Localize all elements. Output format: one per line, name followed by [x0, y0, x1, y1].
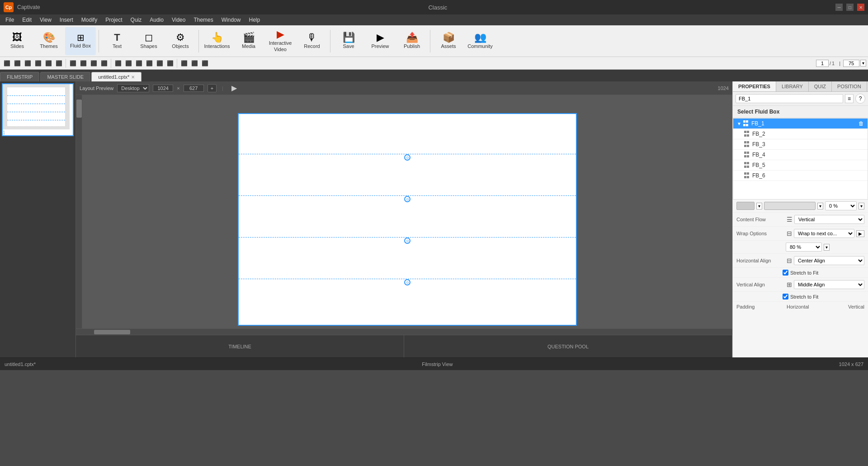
color-swatch-1[interactable] — [736, 202, 755, 210]
prop-search-input[interactable] — [736, 94, 843, 103]
wrap-percent-select[interactable]: 80 % 60 % 100 % — [786, 243, 822, 252]
timeline-tab[interactable]: TIMELINE — [76, 335, 404, 357]
rpanel-tab-properties[interactable]: PROPERTIES — [733, 81, 776, 91]
toolbar-interactive-video[interactable]: ▶ Interactive Video — [265, 27, 296, 55]
toolbar-slides[interactable]: 🖼 Slides — [2, 27, 33, 55]
prop-list-btn[interactable]: ≡ — [845, 94, 854, 103]
tb2-btn7[interactable]: ⬛ — [179, 58, 189, 68]
menu-edit[interactable]: Edit — [19, 16, 35, 24]
menu-file[interactable]: File — [2, 16, 18, 24]
delete-fb1-btn[interactable]: 🗑 — [859, 120, 864, 127]
color-dropdown-1[interactable]: ▾ — [756, 203, 762, 209]
menu-help[interactable]: Help — [245, 16, 264, 24]
height-input[interactable] — [184, 85, 204, 92]
percent-dropdown[interactable]: ▾ — [859, 203, 864, 209]
menu-quiz[interactable]: Quiz — [127, 16, 146, 24]
tree-item-fb6[interactable]: FB_6 — [733, 171, 868, 181]
menu-insert[interactable]: Insert — [56, 16, 77, 24]
toolbar-objects[interactable]: ⚙ Objects — [165, 27, 196, 55]
toolbar-assets[interactable]: 📦 Assets — [433, 27, 464, 55]
prop-help-btn[interactable]: ? — [855, 94, 865, 104]
tab-filmstrip[interactable]: FILMSTRIP — [0, 72, 39, 81]
rpanel-tab-position[interactable]: POSITION — [832, 81, 867, 91]
v-align-select[interactable]: Middle Align Top Align Bottom Align — [794, 280, 864, 289]
divider-1[interactable]: ⊙ — [239, 154, 576, 161]
toolbar-preview[interactable]: ▶ Preview — [365, 27, 396, 55]
color-dropdown-2[interactable]: ▾ — [817, 203, 823, 209]
current-page-input[interactable] — [816, 60, 829, 67]
toolbar-publish[interactable]: 📤 Publish — [396, 27, 427, 55]
h-align-select[interactable]: Center Align Left Align Right Align — [794, 256, 864, 265]
h-stretch-checkbox[interactable] — [783, 270, 788, 276]
wrap-play-btn[interactable]: ▶ — [856, 230, 864, 237]
wrap-percent-dropdown[interactable]: ▾ — [824, 244, 830, 251]
tree-item-fb5[interactable]: FB_5 — [733, 160, 868, 171]
zoom-input[interactable] — [843, 60, 859, 67]
h-scrollbar[interactable] — [76, 328, 732, 335]
menu-project[interactable]: Project — [102, 16, 126, 24]
menu-video[interactable]: Video — [168, 16, 189, 24]
toolbar-record[interactable]: 🎙 Record — [297, 27, 327, 55]
toolbar-interactions[interactable]: 👆 Interactions — [202, 27, 232, 55]
wrap-options-select[interactable]: Wrap to next co... No wrap — [794, 229, 854, 238]
menu-modify[interactable]: Modify — [78, 16, 101, 24]
menu-view[interactable]: View — [36, 16, 55, 24]
content-flow-select[interactable]: Vertical Horizontal — [794, 215, 864, 224]
tree-item-fb1[interactable]: ▼ FB_1 🗑 — [733, 119, 868, 129]
menu-window[interactable]: Window — [218, 16, 245, 24]
color-swatch-2[interactable] — [764, 202, 816, 210]
tb2-btn1[interactable]: ⬛ — [113, 58, 123, 68]
v-stretch-checkbox[interactable] — [783, 294, 788, 300]
tb2-align-bottom[interactable]: ⬛ — [54, 58, 64, 68]
rpanel-tab-quiz[interactable]: QUIZ — [809, 81, 832, 91]
tb2-dist-v2[interactable]: ⬛ — [99, 58, 109, 68]
tab-masterslide[interactable]: MASTER SLIDE — [40, 72, 90, 81]
toolbar-community[interactable]: 👥 Community — [465, 27, 495, 55]
tb2-align-center[interactable]: ⬛ — [12, 58, 22, 68]
tree-item-fb2[interactable]: FB_2 — [733, 129, 868, 139]
divider-3[interactable]: ⊙ — [239, 237, 576, 244]
rpanel-tab-library[interactable]: LIBRARY — [776, 81, 809, 91]
toolbar-media[interactable]: 🎬 Media — [233, 27, 264, 55]
device-select[interactable]: Desktop Tablet Mobile — [117, 84, 149, 92]
divider-handle-1[interactable]: ⊙ — [404, 154, 410, 161]
toolbar-shapes[interactable]: ◻ Shapes — [133, 27, 164, 55]
play-preview-button[interactable]: ▶ — [229, 83, 240, 93]
close-button[interactable]: ✕ — [857, 4, 864, 11]
tree-item-fb4[interactable]: FB_4 — [733, 150, 868, 160]
menu-audio[interactable]: Audio — [146, 16, 167, 24]
canvas-scroll-area[interactable]: FB_1 ⊙ ⊙ ⊙ ⊙ — [82, 95, 732, 328]
menu-themes[interactable]: Themes — [190, 16, 217, 24]
tb2-btn6[interactable]: ⬛ — [165, 58, 175, 68]
tb2-btn2[interactable]: ⬛ — [123, 58, 133, 68]
divider-handle-4[interactable]: ⊙ — [404, 279, 410, 285]
tb2-btn9[interactable]: ⬛ — [200, 58, 210, 68]
add-breakpoint-button[interactable]: + — [208, 84, 217, 92]
tb2-btn8[interactable]: ⬛ — [189, 58, 199, 68]
zoom-dropdown[interactable]: ▾ — [860, 60, 866, 67]
divider-2[interactable]: ⊙ — [239, 195, 576, 202]
question-pool-tab[interactable]: QUESTION POOL — [404, 335, 732, 357]
minimize-button[interactable]: ─ — [835, 4, 843, 11]
tb2-align-middle[interactable]: ⬛ — [43, 58, 53, 68]
tree-item-fb3[interactable]: FB_3 — [733, 139, 868, 150]
tb2-btn5[interactable]: ⬛ — [155, 58, 165, 68]
tab-file[interactable]: untitled1.cptx* ✕ — [91, 72, 142, 81]
tb2-dist-h[interactable]: ⬛ — [68, 58, 78, 68]
tb2-dist-h2[interactable]: ⬛ — [89, 58, 99, 68]
tb2-btn4[interactable]: ⬛ — [144, 58, 154, 68]
toolbar-text[interactable]: T Text — [102, 27, 132, 55]
divider-handle-3[interactable]: ⊙ — [404, 238, 410, 244]
tb2-align-top[interactable]: ⬛ — [33, 58, 43, 68]
tb2-btn3[interactable]: ⬛ — [134, 58, 144, 68]
v-scrollbar[interactable] — [76, 95, 82, 328]
width-input[interactable] — [153, 85, 173, 92]
divider-handle-2[interactable]: ⊙ — [404, 196, 410, 202]
toolbar-themes[interactable]: 🎨 Themes — [33, 27, 64, 55]
tb2-dist-v[interactable]: ⬛ — [78, 58, 88, 68]
tb2-align-left[interactable]: ⬛ — [2, 58, 12, 68]
profile-selector[interactable]: Classic — [428, 4, 447, 11]
slide-thumbnail-1[interactable]: 1 — [2, 83, 74, 136]
tb2-align-right[interactable]: ⬛ — [23, 58, 33, 68]
percent-select[interactable]: 0 % 25 % 50 % 75 % 100 % — [825, 201, 857, 210]
